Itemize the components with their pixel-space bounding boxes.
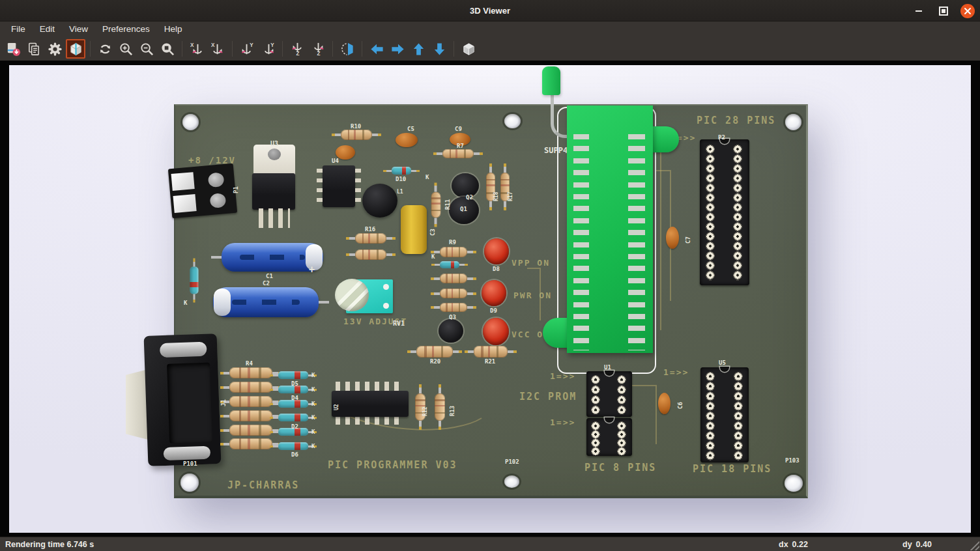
render-canvas[interactable]: +8 /12V P1 U3 R10 C5	[9, 65, 971, 533]
resistor-mid-b	[440, 289, 467, 298]
rotate-z-cw-button[interactable]: Z	[287, 39, 307, 59]
silk-supp: SUPP4	[544, 146, 568, 155]
mounting-hole-tl	[182, 114, 199, 130]
window-title: 3D Viewer	[0, 0, 980, 21]
ref-u2: U2	[334, 404, 339, 410]
rotate-z-ccw-icon: Z	[311, 42, 326, 57]
ref-c5: C5	[407, 126, 414, 132]
resistor-r10	[341, 130, 372, 140]
ref-p103: P103	[785, 457, 800, 464]
rotate-y-ccw-button[interactable]: Y	[258, 39, 278, 59]
zoom-in-icon	[119, 42, 134, 57]
resistor-r7	[442, 149, 474, 158]
zoom-out-icon	[139, 42, 154, 57]
minimize-button[interactable]	[911, 3, 927, 19]
rotate-y-cw-button[interactable]: Y	[237, 39, 257, 59]
maximize-button[interactable]	[936, 3, 951, 19]
resistor-r20	[416, 346, 453, 358]
ref-r17: R17	[508, 192, 513, 201]
menu-edit[interactable]: Edit	[33, 21, 62, 37]
ref-k5: K	[311, 429, 315, 435]
copy-image-button[interactable]	[24, 39, 44, 59]
resistor-stack-2	[229, 382, 272, 393]
view-orientation-button[interactable]	[66, 39, 85, 59]
cap-c5	[396, 133, 418, 147]
silk-pin1-u1: 1=>>	[550, 371, 575, 381]
export-image-button[interactable]	[3, 39, 23, 59]
menu-view[interactable]: View	[62, 21, 95, 37]
close-icon	[964, 7, 972, 15]
copy-icon	[27, 42, 42, 57]
svg-text:X: X	[190, 42, 194, 48]
ref-j1: J1	[220, 399, 227, 406]
ref-k6: K	[311, 443, 315, 449]
u3-body	[252, 173, 295, 210]
ref-r13: R13	[449, 406, 455, 416]
ref-c6: C6	[677, 402, 684, 409]
ref-d5: D5	[291, 380, 298, 387]
close-button[interactable]	[960, 4, 975, 18]
socket-u1b	[586, 418, 632, 456]
ref-k3: K	[311, 401, 315, 407]
ref-r20: R20	[430, 358, 440, 365]
led-vcc	[483, 318, 509, 345]
orthographic-view-button[interactable]	[459, 39, 478, 59]
dy-label: dy	[902, 540, 912, 549]
menu-help[interactable]: Help	[157, 21, 190, 37]
svg-text:Z: Z	[296, 51, 299, 57]
menu-preferences[interactable]: Preferences	[95, 21, 157, 37]
pan-down-button[interactable]	[429, 39, 449, 59]
zif-socket	[567, 106, 653, 353]
silk-pin1-u1b: 1=>>	[550, 417, 575, 427]
ref-c1: C1	[266, 273, 273, 279]
ref-r12: R12	[422, 407, 428, 416]
resistor-mid-c	[440, 303, 467, 312]
socket-u5	[700, 367, 749, 462]
rotate-x-ccw-icon: X	[210, 42, 225, 57]
rotate-z-ccw-button[interactable]: Z	[308, 39, 328, 59]
resistor-stack-5	[229, 425, 272, 436]
flip-board-button[interactable]	[338, 39, 357, 59]
pan-left-button[interactable]	[367, 39, 386, 59]
render-settings-button[interactable]	[45, 39, 65, 59]
ref-c3: C3	[429, 229, 436, 236]
diode-stack-6	[278, 442, 308, 450]
silk-pwr-on: PWR ON	[513, 290, 552, 300]
resistor-r13	[435, 393, 445, 421]
ref-r21: R21	[485, 358, 495, 365]
mounting-hole-tr	[785, 114, 801, 130]
zoom-out-button[interactable]	[137, 39, 156, 59]
rotate-x-cw-button[interactable]: X	[187, 39, 207, 59]
ref-k-r9: K	[431, 253, 435, 260]
diode-d10	[392, 167, 411, 175]
ref-r10: R10	[351, 123, 361, 130]
ref-r11: R11	[444, 199, 451, 210]
ref-k-d10: K	[425, 174, 429, 180]
transistor-q3	[439, 319, 463, 343]
reload-icon	[98, 42, 113, 57]
transistor-q2	[452, 173, 479, 198]
zoom-in-button[interactable]	[116, 39, 136, 59]
ref-d6: D6	[291, 451, 298, 458]
pan-right-button[interactable]	[388, 39, 407, 59]
resize-grip[interactable]	[968, 539, 979, 550]
pan-up-button[interactable]	[409, 39, 428, 59]
resistor-r16	[355, 233, 386, 244]
pad-hole-p103	[785, 475, 803, 492]
rotate-y-cw-icon: Y	[240, 42, 255, 57]
titlebar[interactable]: 3D Viewer	[0, 0, 980, 21]
zif-side-tab	[543, 318, 569, 348]
cap-c6	[658, 393, 670, 414]
ref-d2: D2	[291, 423, 298, 430]
trimmer-rv1-dial	[335, 279, 369, 311]
ic-u2	[332, 391, 409, 417]
ref-q1: Q1	[460, 206, 467, 212]
zoom-fit-button[interactable]	[158, 39, 177, 59]
rotate-x-ccw-button[interactable]: X	[208, 39, 227, 59]
reload-board-button[interactable]	[95, 39, 115, 59]
socket-p2	[700, 139, 749, 285]
resistor-r15	[355, 249, 386, 260]
gear-icon	[48, 42, 63, 57]
menu-file[interactable]: File	[4, 21, 33, 37]
led-d8	[484, 238, 509, 264]
